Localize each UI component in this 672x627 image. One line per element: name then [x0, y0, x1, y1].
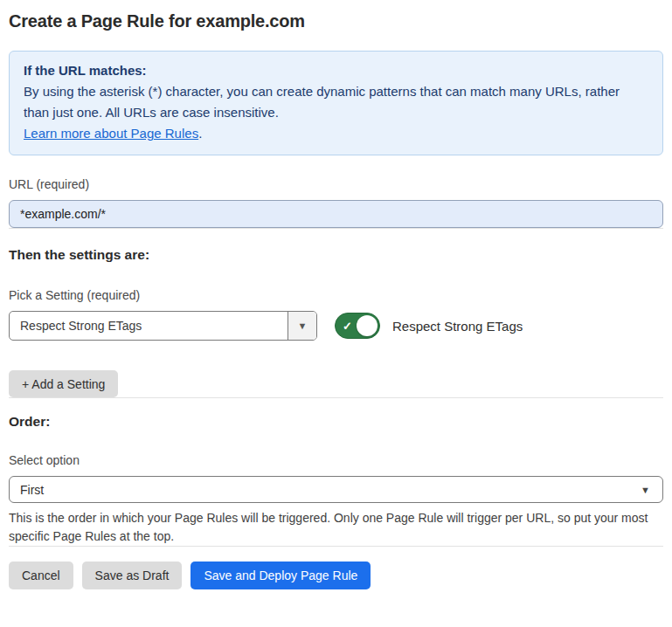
setting-select-value: Respect Strong ETags — [10, 312, 288, 340]
footer-divider — [9, 546, 663, 547]
setting-row: Respect Strong ETags ▼ ✓ Respect Strong … — [9, 311, 663, 341]
order-select-value: First — [20, 483, 44, 497]
add-setting-button[interactable]: + Add a Setting — [9, 370, 118, 397]
info-box-link-line: Learn more about Page Rules. — [24, 123, 648, 144]
setting-select[interactable]: Respect Strong ETags ▼ — [9, 311, 317, 341]
url-input[interactable] — [9, 200, 663, 228]
url-field-label: URL (required) — [9, 176, 663, 192]
setting-select-arrow-button[interactable]: ▼ — [288, 312, 316, 340]
setting-toggle[interactable]: ✓ — [335, 313, 380, 339]
cancel-button[interactable]: Cancel — [9, 562, 73, 589]
chevron-down-icon: ▼ — [641, 485, 650, 495]
link-suffix-period: . — [198, 126, 202, 141]
chevron-down-icon: ▼ — [298, 320, 308, 331]
info-box-body: By using the asterisk (*) character, you… — [24, 81, 648, 123]
order-help-text: This is the order in which your Page Rul… — [9, 509, 660, 546]
footer-actions: Cancel Save as Draft Save and Deploy Pag… — [9, 562, 663, 589]
settings-section-heading: Then the settings are: — [9, 246, 663, 264]
section-divider — [9, 228, 663, 229]
info-box-heading: If the URL matches: — [24, 60, 648, 81]
check-icon: ✓ — [343, 320, 352, 332]
toggle-knob — [357, 315, 378, 336]
save-and-deploy-button[interactable]: Save and Deploy Page Rule — [191, 562, 371, 589]
learn-more-link[interactable]: Learn more about Page Rules — [24, 126, 198, 141]
url-match-info-box: If the URL matches: By using the asteris… — [9, 51, 663, 155]
page-title: Create a Page Rule for example.com — [9, 0, 663, 32]
order-select-label: Select option — [9, 452, 663, 468]
save-as-draft-button[interactable]: Save as Draft — [82, 562, 183, 589]
section-divider — [9, 397, 663, 398]
order-select[interactable]: First ▼ — [9, 476, 663, 503]
setting-toggle-label: Respect Strong ETags — [392, 319, 523, 334]
setting-picker-label: Pick a Setting (required) — [9, 287, 663, 303]
order-section-heading: Order: — [9, 413, 663, 431]
